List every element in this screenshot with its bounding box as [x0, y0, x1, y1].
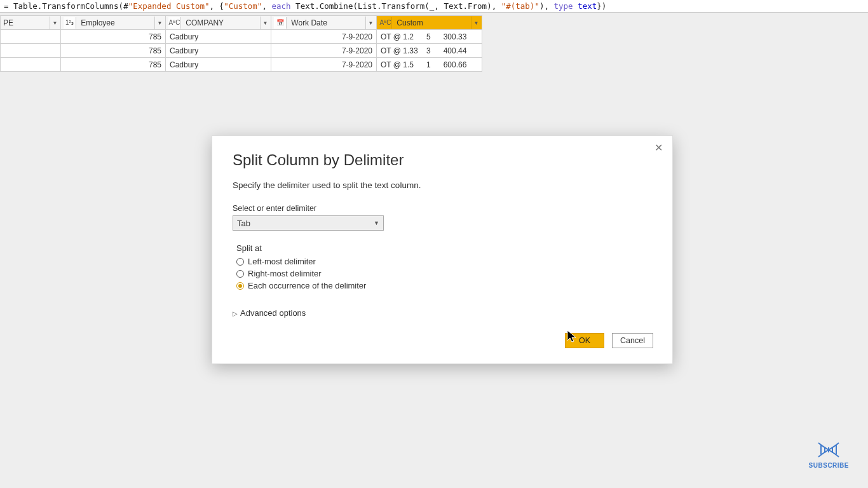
column-header-company[interactable]: AᴮC COMPANY ▼ [166, 16, 271, 30]
subscribe-label: SUBSCRIBE [809, 462, 849, 469]
column-header-workdate[interactable]: 📅 Work Date ▼ [271, 16, 377, 30]
formula-bar[interactable]: = Table.TransformColumns(#"Expanded Cust… [0, 0, 868, 13]
delimiter-label: Select or enter delimiter [233, 204, 652, 213]
chevron-down-icon[interactable]: ▼ [471, 17, 481, 29]
dialog-title: Split Column by Delimiter [233, 151, 652, 169]
radio-rightmost[interactable]: Right-most delimiter [236, 269, 652, 278]
date-type-icon: 📅 [274, 17, 287, 29]
formula-text: = Table.TransformColumns(# [4, 1, 128, 11]
dialog-description: Specify the delimiter used to split the … [233, 180, 652, 190]
chevron-down-icon[interactable]: ▼ [365, 17, 376, 29]
radio-leftmost[interactable]: Left-most delimiter [236, 257, 652, 266]
cancel-button[interactable]: Cancel [612, 333, 653, 348]
cell[interactable]: 7-9-2020 [271, 30, 377, 44]
split-column-dialog: ✕ Split Column by Delimiter Specify the … [212, 135, 673, 364]
table-row[interactable]: 785 Cadbury 7-9-2020 OT @ 1.5 1 600.66 [1, 58, 482, 72]
column-label: COMPANY [186, 18, 224, 27]
delimiter-select[interactable]: Tab ▼ [233, 215, 384, 231]
dna-icon [815, 439, 843, 461]
cell[interactable]: 785 [61, 58, 166, 72]
column-label: PE [3, 18, 13, 27]
chevron-down-icon: ▼ [374, 220, 379, 226]
radio-icon [236, 282, 244, 290]
text-type-icon: AᴮC [379, 17, 392, 29]
cell[interactable]: OT @ 1.33 3 400.44 [377, 44, 482, 58]
table-header-row: PE ▼ 1²₃ Employee ▼ AᴮC COMPANY ▼ 📅 Work… [1, 16, 482, 30]
cell[interactable] [1, 30, 61, 44]
split-at-label: Split at [236, 243, 652, 253]
ok-button[interactable]: OK [565, 333, 604, 348]
advanced-options-toggle[interactable]: ▷Advanced options [233, 308, 652, 318]
column-header-employee[interactable]: 1²₃ Employee ▼ [61, 16, 166, 30]
column-label: Work Date [291, 18, 327, 27]
cell[interactable]: Cadbury [166, 30, 271, 44]
delimiter-value: Tab [237, 219, 250, 228]
cell[interactable]: 7-9-2020 [271, 58, 377, 72]
cell[interactable]: 7-9-2020 [271, 44, 377, 58]
radio-icon [236, 270, 244, 278]
column-label: Employee [81, 18, 114, 27]
chevron-down-icon[interactable]: ▼ [50, 17, 60, 29]
radio-label: Each occurrence of the delimiter [248, 281, 366, 290]
close-icon[interactable]: ✕ [651, 140, 666, 155]
cell[interactable] [1, 58, 61, 72]
number-type-icon: 1²₃ [64, 17, 76, 29]
cell[interactable]: OT @ 1.5 1 600.66 [377, 58, 482, 72]
cell[interactable]: Cadbury [166, 44, 271, 58]
radio-each[interactable]: Each occurrence of the delimiter [236, 281, 652, 290]
chevron-right-icon: ▷ [233, 310, 238, 317]
subscribe-watermark: SUBSCRIBE [809, 439, 849, 469]
advanced-label: Advanced options [240, 308, 306, 318]
formula-string: "Expanded Custom" [128, 1, 210, 11]
table-row[interactable]: 785 Cadbury 7-9-2020 OT @ 1.33 3 400.44 [1, 44, 482, 58]
cell[interactable]: Cadbury [166, 58, 271, 72]
cell[interactable]: 785 [61, 44, 166, 58]
radio-icon [236, 258, 244, 266]
data-table: PE ▼ 1²₃ Employee ▼ AᴮC COMPANY ▼ 📅 Work… [0, 15, 482, 72]
radio-label: Right-most delimiter [248, 269, 322, 278]
cell[interactable]: 785 [61, 30, 166, 44]
column-header-custom[interactable]: AᴮC Custom ▼ [377, 16, 482, 30]
radio-label: Left-most delimiter [248, 257, 316, 266]
text-type-icon: AᴮC [168, 17, 181, 29]
column-label: Custom [397, 18, 423, 27]
column-header-pe[interactable]: PE ▼ [1, 16, 61, 30]
cell[interactable] [1, 44, 61, 58]
table-row[interactable]: 785 Cadbury 7-9-2020 OT @ 1.2 5 300.33 [1, 30, 482, 44]
cell[interactable]: OT @ 1.2 5 300.33 [377, 30, 482, 44]
chevron-down-icon[interactable]: ▼ [154, 17, 165, 29]
chevron-down-icon[interactable]: ▼ [260, 17, 270, 29]
